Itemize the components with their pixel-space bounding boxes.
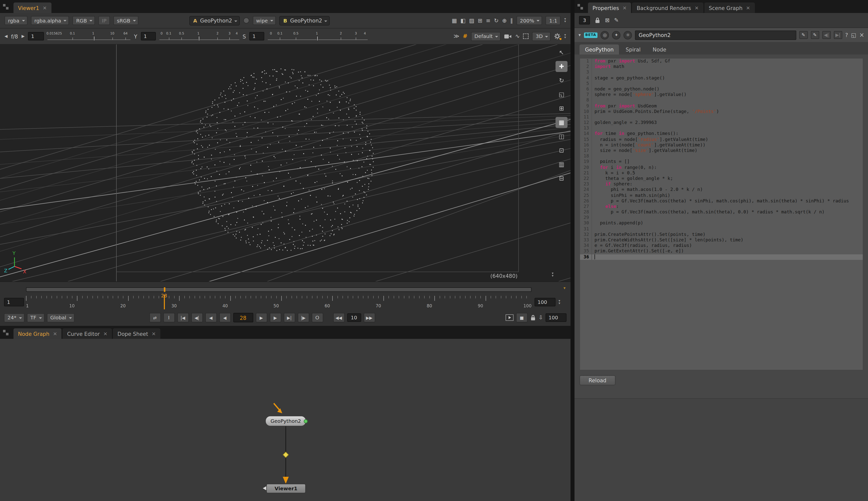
view-mode-icon-2[interactable]: ▦ [555, 117, 567, 128]
code-line[interactable]: 3 [580, 70, 863, 75]
close-icon[interactable]: × [622, 5, 627, 10]
range-playhead-marker[interactable] [164, 288, 166, 292]
selection-mode-icon[interactable] [523, 33, 529, 39]
close-icon[interactable]: × [152, 331, 156, 336]
code-line[interactable]: 12golden_angle = 2.399963 [580, 120, 863, 126]
grid-snap-icon[interactable]: # [463, 33, 467, 39]
monitor-out-icon[interactable]: ⊞ [478, 18, 482, 23]
lock-panels-icon[interactable] [595, 17, 600, 23]
tf-dropdown[interactable]: TF [27, 313, 44, 322]
close-icon[interactable]: × [53, 331, 57, 336]
code-line[interactable]: 24 phi = math.acos(1.0 - 2.0 * k / n) [580, 187, 863, 193]
code-line[interactable]: 9from pxr import UsdGeom [580, 103, 863, 109]
code-line[interactable]: 33prim.CreateWidthsAttr().Set([size] * l… [580, 237, 863, 243]
code-line[interactable]: 4stage = geo_python.stage() [580, 75, 863, 81]
tab-viewer1[interactable]: Viewer1 × [13, 2, 52, 13]
code-line[interactable]: 27 else: [580, 204, 863, 210]
tab-dope-sheet[interactable]: Dope Sheet × [113, 328, 160, 339]
go-to-end-button[interactable]: |▶ [297, 313, 309, 322]
code-line[interactable]: 6node = geo_python.node() [580, 86, 863, 92]
fstop-prev-icon[interactable]: ◀ [4, 34, 8, 38]
fps-dropdown[interactable]: 24* [4, 313, 24, 322]
tab-spiral[interactable]: Spiral [620, 44, 646, 54]
open-panels-count-field[interactable]: 3 [579, 16, 590, 24]
gain-slider[interactable]: 0.015625 0.1 1 10 64 [47, 31, 130, 42]
code-line[interactable]: 20 for i in range(0, n): [580, 165, 863, 170]
colorspace-dropdown[interactable]: sRGB [113, 16, 138, 25]
view-preset-dropdown[interactable]: Default [471, 32, 501, 41]
tab-geopython[interactable]: GeoPython [579, 44, 619, 54]
ruler-overflow-icon[interactable]: ▾▾ [558, 300, 560, 305]
play-backward-button[interactable]: ◀ [219, 313, 230, 322]
code-line[interactable]: 28 p = Gf.Vec3f(math.cos(theta), math.si… [580, 210, 863, 215]
current-frame-field[interactable]: 28 [233, 313, 253, 322]
range-end-field[interactable]: 100 [534, 298, 555, 306]
disclosure-icon[interactable]: ▾ [578, 33, 581, 37]
close-icon[interactable]: × [695, 5, 699, 10]
node-bulb-icon[interactable]: ☼ [624, 31, 632, 39]
tab-scene-graph[interactable]: Scene Graph × [704, 2, 755, 13]
python-script-editor[interactable]: 1from pxr import Usd, Sdf, Gf2import mat… [579, 58, 863, 370]
record-button[interactable]: ■ [516, 313, 528, 322]
tab-background-renders[interactable]: Background Renders × [632, 2, 703, 13]
scale-tool-icon[interactable]: ◱ [555, 89, 567, 100]
scanlines-icon[interactable]: ≡ [486, 18, 490, 23]
step-forward-button[interactable]: ▶ [270, 313, 281, 322]
tab-curve-editor[interactable]: Curve Editor × [63, 328, 112, 339]
reload-button[interactable]: Reload [579, 375, 616, 385]
gain-value-field[interactable]: 1 [28, 32, 44, 41]
close-icon[interactable]: × [746, 5, 750, 10]
tab-properties[interactable]: Properties × [588, 2, 631, 13]
code-line[interactable]: 13 [580, 126, 863, 131]
downrez-icon[interactable]: ≫ [454, 33, 459, 39]
camera-icon[interactable] [504, 33, 512, 39]
code-line[interactable]: 36 [580, 254, 863, 260]
close-icon[interactable]: × [103, 331, 107, 336]
range-mode-dropdown[interactable]: Global [47, 313, 74, 322]
rotate-tool-icon[interactable]: ↻ [555, 75, 567, 86]
flipbook-render-icon[interactable] [506, 315, 513, 321]
viewer-settings-gear-icon[interactable] [554, 33, 561, 40]
skip-back-button[interactable]: ◀◀ [333, 313, 345, 322]
code-line[interactable]: 21 k = i + 0.5 [580, 170, 863, 176]
close-icon[interactable]: × [43, 5, 47, 10]
pixel-ratio-button[interactable]: 1:1 [546, 16, 561, 25]
code-line[interactable]: 35prim.GetExtentAttr().Set([-e, e]) [580, 249, 863, 254]
view-mode-icon-5[interactable]: ▥ [555, 159, 567, 170]
node-ops-icon[interactable]: ✦ [612, 31, 621, 39]
code-line[interactable]: 5 [580, 81, 863, 86]
toolbar-overflow-icon[interactable]: ▾▾ [564, 18, 566, 23]
select-cursor-icon[interactable]: ↖ [555, 47, 567, 58]
skip-amount-field[interactable]: 10 [347, 313, 361, 322]
step-back-button[interactable]: ◀ [205, 313, 217, 322]
range-start-field[interactable]: 1 [4, 298, 24, 306]
dimension-dropdown[interactable]: 3D [532, 32, 551, 41]
code-line[interactable]: 31 [580, 226, 863, 232]
export-range-icon[interactable]: ⇩ [539, 315, 543, 320]
code-line[interactable]: 17 size = node['size'].getValueAt(time) [580, 148, 863, 153]
view-mode-icon-6[interactable]: ⊟ [555, 173, 567, 184]
nodegraph-canvas[interactable]: GeoPython2 Viewer1 [0, 339, 571, 501]
lock-range-icon[interactable] [530, 315, 536, 321]
panel-grip-icon[interactable] [577, 4, 584, 10]
panel-grip-icon[interactable] [3, 330, 10, 336]
out-frame-field[interactable]: 100 [545, 313, 566, 322]
code-line[interactable]: 16 n = int(node['count'].getValueAt(time… [580, 142, 863, 148]
node-color-swatch-icon[interactable]: ◎ [601, 31, 609, 39]
timeline-playhead[interactable] [164, 295, 165, 309]
tab-node[interactable]: Node [647, 44, 672, 54]
frame-ruler[interactable]: 1 10 20 30 40 50 60 70 80 90 100 [26, 295, 532, 309]
wipe-center-button[interactable] [243, 18, 249, 23]
input-process-button[interactable]: IP [98, 16, 110, 25]
stripes-icon[interactable]: ▨ [469, 18, 474, 23]
zoom-dropdown[interactable]: 200% [517, 16, 542, 25]
fstop-next-icon[interactable]: ▶ [21, 34, 24, 38]
prev-keyframe-button[interactable]: ◀| [191, 313, 203, 322]
side-toolbar-overflow-icon[interactable]: ▾▾ [552, 273, 554, 277]
view-mode-icon-3[interactable]: ◫ [555, 131, 567, 142]
code-line[interactable]: 23 if sphere: [580, 181, 863, 187]
set-in-button[interactable]: I [163, 313, 175, 322]
undo-panel-icon[interactable]: ◀| [822, 31, 831, 39]
node-geopython2[interactable]: GeoPython2 [265, 416, 306, 426]
play-forward-button[interactable]: ▶ [256, 313, 267, 322]
